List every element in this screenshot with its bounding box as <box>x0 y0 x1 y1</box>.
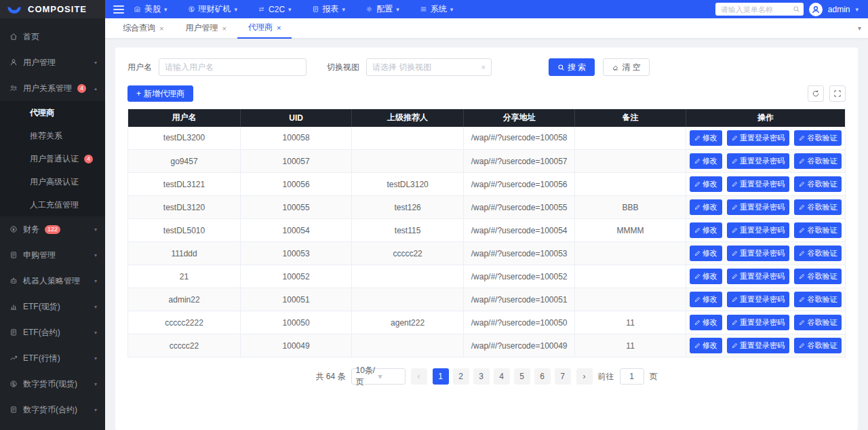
google-verify-button[interactable]: 谷歌验证 <box>794 315 842 330</box>
sidebar-item-basic-auth[interactable]: 用户普通认证 4 <box>0 147 105 170</box>
nav-menu-c2c[interactable]: C2C ▾ <box>258 5 292 14</box>
edit-button[interactable]: 修改 <box>690 338 722 353</box>
page-button-6[interactable]: 6 <box>534 368 551 385</box>
brand-name: COMPOSITE <box>28 4 87 14</box>
nav-menu-mining[interactable]: 理财矿机 ▾ <box>188 3 238 15</box>
edit-button[interactable]: 修改 <box>690 315 722 330</box>
sidebar-item-digital-market[interactable]: 数字货币(行情) ▾ <box>0 423 105 430</box>
prev-page-button[interactable]: ‹ <box>411 368 427 385</box>
cell-uid: 100052 <box>241 265 352 288</box>
top-menu: 美股 ▾ 理财矿机 ▾ C2C ▾ 报表 ▾ <box>134 3 453 15</box>
username-label[interactable]: admin <box>828 5 850 14</box>
google-verify-button[interactable]: 谷歌验证 <box>794 130 842 146</box>
refresh-button[interactable] <box>808 85 824 102</box>
sidebar-item-agent[interactable]: 代理商 <box>0 101 105 124</box>
bank-icon <box>134 5 141 13</box>
user-avatar-icon <box>811 5 821 14</box>
sidebar-item-label: 数字货币(合约) <box>23 404 77 416</box>
page-button-1[interactable]: 1 <box>433 368 449 385</box>
sidebar-item-digital-spot[interactable]: 数字货币(现货) ▾ <box>0 371 105 397</box>
nav-menu-report[interactable]: 报表 ▾ <box>312 3 346 15</box>
sidebar-item-subscribe[interactable]: 申购管理 ▾ <box>0 242 105 268</box>
chevron-icon: ▾ <box>94 227 97 233</box>
sidebar-item-advanced-auth[interactable]: 用户高级认证 <box>0 170 105 193</box>
table-row: testDL3200 100058 /wap/#/?usercode=10005… <box>128 127 846 150</box>
edit-button[interactable]: 修改 <box>690 292 722 307</box>
page-button-3[interactable]: 3 <box>473 368 490 385</box>
edit-button[interactable]: 修改 <box>690 246 722 261</box>
close-icon[interactable]: × <box>222 24 226 33</box>
search-icon[interactable] <box>793 5 800 13</box>
reset-password-button[interactable]: 重置登录密码 <box>727 176 789 192</box>
col-share-url: 分享地址 <box>464 109 575 127</box>
avatar[interactable] <box>809 3 823 16</box>
reset-password-button[interactable]: 重置登录密码 <box>727 222 789 238</box>
view-select[interactable]: 请选择 切换视图 × <box>366 58 492 76</box>
page-button-4[interactable]: 4 <box>494 368 510 385</box>
fullscreen-button[interactable] <box>829 85 846 102</box>
google-verify-button[interactable]: 谷歌验证 <box>794 199 842 215</box>
sidebar-item-digital-contract[interactable]: 数字货币(合约) ▾ <box>0 397 105 423</box>
page-size-select[interactable]: 10条/页 ▾ <box>351 368 406 385</box>
sidebar-item-referral[interactable]: 推荐关系 <box>0 124 105 147</box>
reset-password-button[interactable]: 重置登录密码 <box>727 246 789 261</box>
chevron-down-icon[interactable]: ▾ <box>855 6 859 13</box>
reset-password-button[interactable]: 重置登录密码 <box>727 199 789 215</box>
edit-button[interactable]: 修改 <box>690 269 722 284</box>
pencil-icon <box>694 319 701 326</box>
google-verify-button[interactable]: 谷歌验证 <box>794 338 842 353</box>
edit-button[interactable]: 修改 <box>690 153 722 169</box>
username-filter-input[interactable] <box>159 58 307 76</box>
search-button[interactable]: 搜 索 <box>549 58 595 76</box>
nav-menu-system[interactable]: 系统 ▾ <box>420 3 454 15</box>
sidebar-item-etf-market[interactable]: ETF(行情) ▾ <box>0 345 105 371</box>
clear-button[interactable]: 清 空 <box>603 58 649 76</box>
google-verify-button[interactable]: 谷歌验证 <box>794 292 842 307</box>
reset-password-button[interactable]: 重置登录密码 <box>727 315 789 330</box>
sidebar-item-user-mgmt[interactable]: 用户管理 ▾ <box>0 50 105 75</box>
nav-menu-config[interactable]: 配置 ▾ <box>366 3 399 15</box>
page-button-7[interactable]: 7 <box>555 368 571 385</box>
edit-button[interactable]: 修改 <box>690 199 722 215</box>
reset-password-button[interactable]: 重置登录密码 <box>727 338 789 353</box>
google-verify-button[interactable]: 谷歌验证 <box>794 176 842 192</box>
edit-button[interactable]: 修改 <box>690 130 722 146</box>
edit-button[interactable]: 修改 <box>690 222 722 238</box>
tab-user-mgmt[interactable]: 用户管理 × <box>174 18 237 39</box>
add-agent-button[interactable]: + 新增代理商 <box>127 85 193 102</box>
edit-button[interactable]: 修改 <box>690 176 722 192</box>
close-icon[interactable]: × <box>159 24 163 33</box>
nav-menu-us-stock[interactable]: 美股 ▾ <box>134 3 167 15</box>
google-verify-button[interactable]: 谷歌验证 <box>794 153 842 169</box>
sidebar-item-home[interactable]: 首页 <box>0 24 105 50</box>
tabbar-chevron-down-icon[interactable]: ▾ <box>851 24 868 32</box>
page-button-2[interactable]: 2 <box>453 368 469 385</box>
tab-agent[interactable]: 代理商 × <box>237 18 292 39</box>
sidebar-item-relation-mgmt[interactable]: 用户关系管理 4 ▴ <box>0 75 105 101</box>
reset-password-button[interactable]: 重置登录密码 <box>727 269 789 284</box>
sidebar-item-finance[interactable]: 财务 122 ▾ <box>0 216 105 242</box>
google-verify-button[interactable]: 谷歌验证 <box>794 269 842 284</box>
page-button-5[interactable]: 5 <box>514 368 530 385</box>
goto-page-input[interactable] <box>620 368 644 385</box>
reset-password-button[interactable]: 重置登录密码 <box>727 292 789 307</box>
clear-icon[interactable]: × <box>481 63 486 71</box>
hamburger-icon[interactable] <box>113 3 124 16</box>
cell-share-url: /wap/#/?usercode=100056 <box>464 173 575 196</box>
cell-actions: 修改 重置登录密码 谷歌验证 <box>686 219 846 242</box>
notification-badge: 122 <box>45 225 60 234</box>
google-verify-button[interactable]: 谷歌验证 <box>794 222 842 238</box>
reset-password-button[interactable]: 重置登录密码 <box>727 153 789 169</box>
next-page-button[interactable]: › <box>576 368 593 385</box>
google-verify-button[interactable]: 谷歌验证 <box>794 246 842 261</box>
reset-password-button[interactable]: 重置登录密码 <box>727 130 789 146</box>
menu-search-input[interactable] <box>715 3 804 16</box>
cell-referrer <box>352 127 464 150</box>
tab-composite-query[interactable]: 综合查询 × <box>112 18 174 39</box>
close-icon[interactable]: × <box>277 24 281 32</box>
sidebar-item-manual-recharge[interactable]: 人工充值管理 <box>0 193 105 216</box>
sidebar-item-robot[interactable]: 机器人策略管理 ▾ <box>0 268 105 294</box>
sidebar-item-etf-contract[interactable]: ETF(合约) ▾ <box>0 319 105 345</box>
sidebar-item-etf-spot[interactable]: ETF(现货) ▾ <box>0 294 105 319</box>
table-row: go9457 100057 /wap/#/?usercode=100057 修改… <box>128 150 846 173</box>
